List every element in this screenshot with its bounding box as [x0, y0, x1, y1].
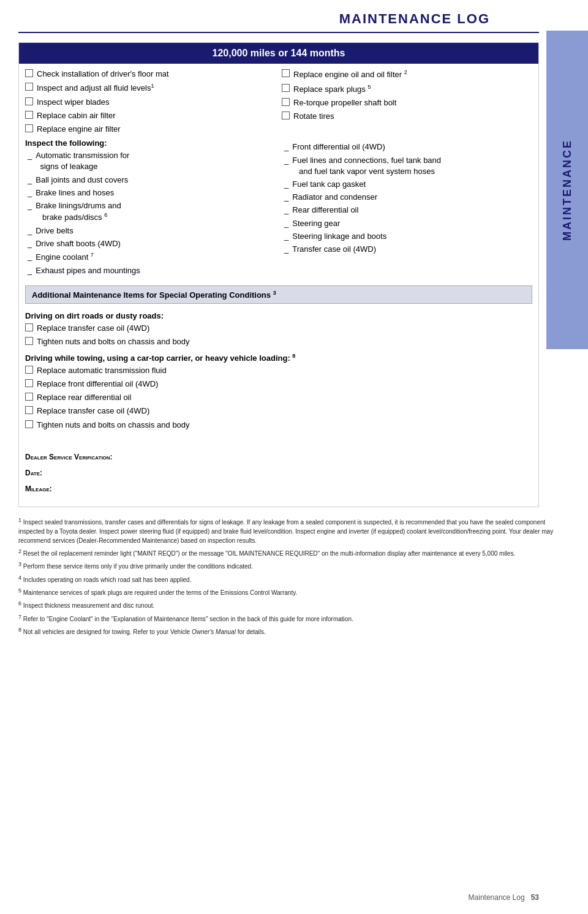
- footnote-2: 2 Reset the oil replacement reminder lig…: [18, 548, 570, 558]
- dash-drive-shaft: _ Drive shaft boots (4WD): [25, 238, 276, 249]
- check-wiper-blades[interactable]: Inspect wiper blades: [25, 97, 276, 108]
- dash-engine-coolant: _ Engine coolant 7: [25, 251, 276, 263]
- checkbox-rear-diff-replace[interactable]: [25, 393, 33, 401]
- checkbox-fluid-levels[interactable]: [25, 83, 33, 91]
- dash-front-diff: _ Front differential oil (4WD): [282, 142, 532, 153]
- check-auto-trans-fluid[interactable]: Replace automatic transmission fluid: [25, 365, 532, 376]
- dirt-roads-heading: Driving on dirt roads or dusty roads:: [25, 311, 532, 320]
- dash-brake-lines: _ Brake lines and hoses: [25, 187, 276, 198]
- dash-fuel-cap: _ Fuel tank cap gasket: [282, 179, 532, 190]
- checkbox-tighten-towing[interactable]: [25, 420, 33, 428]
- check-transfer-towing[interactable]: Replace transfer case oil (4WD): [25, 406, 532, 417]
- dash-exhaust: _ Exhaust pipes and mountings: [25, 265, 276, 276]
- footnote-4: 4 Includes operating on roads which road…: [18, 574, 570, 584]
- checkbox-spark-plugs[interactable]: [282, 84, 290, 92]
- check-front-diff-replace[interactable]: Replace front differential oil (4WD): [25, 379, 532, 390]
- checkbox-engine-oil[interactable]: [282, 69, 290, 77]
- check-cabin-filter[interactable]: Replace cabin air filter: [25, 110, 276, 121]
- dealer-service-line: Dealer Service Verification:: [25, 453, 532, 461]
- dash-brake-linings: _ Brake linings/drums and brake pads/dis…: [25, 200, 276, 224]
- check-transfer-dirt[interactable]: Replace transfer case oil (4WD): [25, 323, 532, 334]
- check-floor-mat[interactable]: Check installation of driver's floor mat: [25, 69, 276, 80]
- additional-conditions-header: Additional Maintenance Items for Special…: [25, 285, 532, 304]
- check-tighten-towing[interactable]: Tighten nuts and bolts on chassis and bo…: [25, 420, 532, 431]
- dash-auto-trans: _ Automatic transmission for signs of le…: [25, 150, 276, 172]
- mileage-line: Mileage:: [25, 485, 532, 493]
- checkbox-auto-trans-fluid[interactable]: [25, 366, 33, 374]
- footnotes-area: 1 Inspect sealed transmissions, transfer…: [18, 516, 570, 637]
- footnote-7: 7 Refer to "Engine Coolant" in the "Expl…: [18, 613, 570, 624]
- checkbox-cabin-filter[interactable]: [25, 111, 33, 119]
- left-column: Check installation of driver's floor mat…: [25, 69, 276, 278]
- towing-heading: Driving while towing, using a car-top ca…: [25, 353, 532, 363]
- page-footer: Maintenance Log 53: [469, 893, 539, 902]
- checkbox-rotate-tires[interactable]: [282, 111, 290, 119]
- dash-steering-gear: _ Steering gear: [282, 218, 532, 229]
- dash-ball-joints: _ Ball joints and dust covers: [25, 175, 276, 186]
- maintenance-tab: MAINTENANCE: [546, 31, 588, 349]
- checkbox-transfer-dirt[interactable]: [25, 323, 33, 331]
- dash-radiator: _ Radiator and condenser: [282, 192, 532, 203]
- date-line: Date:: [25, 469, 532, 477]
- inspect-heading: Inspect the following:: [25, 138, 276, 148]
- check-propeller-shaft[interactable]: Re-torque propeller shaft bolt: [282, 97, 532, 108]
- checkbox-tighten-dirt[interactable]: [25, 337, 33, 345]
- check-rear-diff-replace[interactable]: Replace rear differential oil: [25, 392, 532, 403]
- special-conditions: Driving on dirt roads or dusty roads: Re…: [19, 306, 538, 440]
- check-fluid-levels[interactable]: Inspect and adjust all fluid levels1: [25, 82, 276, 94]
- footnote-1: 1 Inspect sealed transmissions, transfer…: [18, 516, 570, 545]
- dash-steering-linkage: _ Steering linkage and boots: [282, 231, 532, 242]
- checkbox-engine-air-filter[interactable]: [25, 124, 33, 132]
- section-header: 120,000 miles or 144 months: [19, 43, 538, 64]
- check-rotate-tires[interactable]: Rotate tires: [282, 111, 532, 122]
- footnote-6: 6 Inspect thickness measurement and disc…: [18, 600, 570, 610]
- page-number: 53: [531, 893, 539, 902]
- footnote-3: 3 Perform these service items only if yo…: [18, 561, 570, 571]
- checkbox-front-diff-replace[interactable]: [25, 379, 33, 387]
- checkbox-propeller-shaft[interactable]: [282, 98, 290, 106]
- footnote-5: 5 Maintenance services of spark plugs ar…: [18, 587, 570, 597]
- dash-rear-diff: _ Rear differential oil: [282, 205, 532, 216]
- right-column: Replace engine oil and oil filter 2 Repl…: [282, 69, 532, 278]
- dash-transfer-case-inspect: _ Transfer case oil (4WD): [282, 244, 532, 255]
- checkbox-wiper-blades[interactable]: [25, 97, 33, 105]
- footnote-8: 8 Not all vehicles are designed for towi…: [18, 626, 570, 636]
- checkbox-floor-mat[interactable]: [25, 69, 33, 77]
- page-title: MAINTENANCE LOG: [18, 0, 539, 33]
- check-engine-oil[interactable]: Replace engine oil and oil filter 2: [282, 69, 532, 81]
- dash-fuel-lines: _ Fuel lines and connections, fuel tank …: [282, 155, 532, 177]
- check-engine-air-filter[interactable]: Replace engine air filter: [25, 124, 276, 135]
- checkbox-transfer-towing[interactable]: [25, 406, 33, 414]
- dash-drive-belts: _ Drive belts: [25, 225, 276, 236]
- dealer-area: Dealer Service Verification: Date: Milea…: [19, 440, 538, 507]
- page-label: Maintenance Log: [469, 893, 525, 902]
- check-spark-plugs[interactable]: Replace spark plugs 5: [282, 83, 532, 96]
- check-tighten-dirt[interactable]: Tighten nuts and bolts on chassis and bo…: [25, 336, 532, 347]
